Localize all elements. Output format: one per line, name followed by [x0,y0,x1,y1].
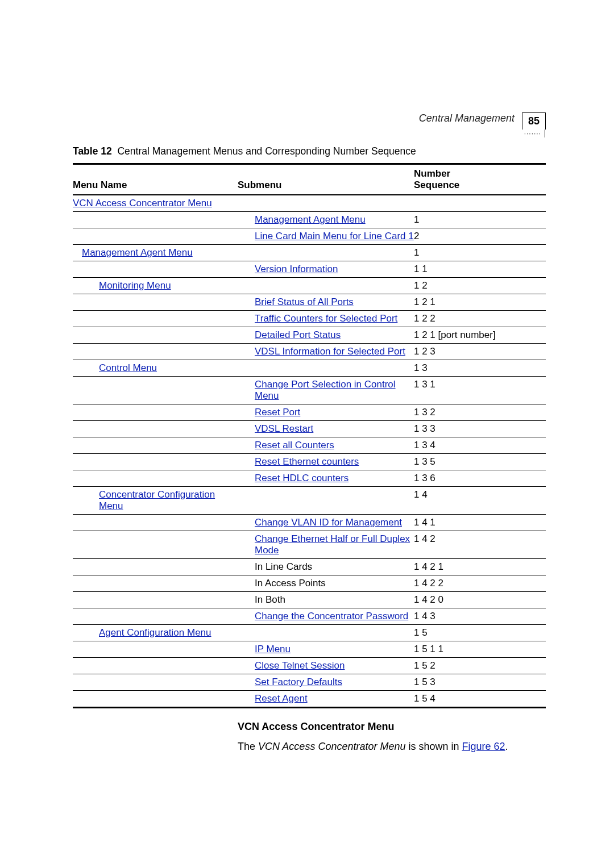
submenu-link[interactable]: Change the Concentrator Password [255,611,408,621]
number-sequence-cell: 1 2 2 [414,311,546,327]
number-sequence-cell: 1 3 6 [414,470,546,487]
submenu-link[interactable]: Set Factory Defaults [255,677,342,687]
menu-link[interactable]: Concentrator Configuration Menu [99,489,215,511]
submenu-link[interactable]: Detailed Port Status [255,329,341,340]
submenu-cell: Version Information [238,261,414,278]
submenu-link[interactable]: Reset all Counters [255,440,334,450]
table-row: Version Information1 1 [73,261,546,278]
submenu-link[interactable]: Change Port Selection in Control Menu [255,379,396,401]
col-number-sequence: NumberSequence [414,164,546,195]
submenu-link[interactable]: Version Information [255,264,338,274]
submenu-link[interactable]: Management Agent Menu [255,214,366,225]
menu-name-cell [73,404,238,421]
menu-link[interactable]: Agent Configuration Menu [99,627,211,638]
submenu-cell: In Access Points [238,575,414,592]
submenu-cell [238,195,414,212]
table-row: Change Ethernet Half or Full Duplex Mode… [73,531,546,559]
table-row: Change VLAN ID for Management1 4 1 [73,515,546,531]
submenu-link[interactable]: Change VLAN ID for Management [255,517,402,528]
table-row: VDSL Information for Selected Port1 2 3 [73,344,546,360]
submenu-link[interactable]: IP Menu [255,644,291,654]
submenu-cell: Reset HDLC counters [238,470,414,487]
table-row: In Line Cards1 4 2 1 [73,559,546,575]
number-sequence-cell: 1 3 [414,360,546,377]
menu-name-cell [73,377,238,404]
table-row: Close Telnet Session1 5 2 [73,658,546,674]
submenu-cell: Change Port Selection in Control Menu [238,377,414,404]
table-row: IP Menu1 5 1 1 [73,641,546,658]
submenu-cell: Reset Agent [238,691,414,708]
menu-name-cell: Management Agent Menu [73,245,238,261]
submenu-cell: Detailed Port Status [238,327,414,344]
menu-name-cell [73,658,238,674]
menu-name-cell [73,327,238,344]
submenu-cell: In Line Cards [238,559,414,575]
number-sequence-cell: 1 2 [414,278,546,294]
number-sequence-cell: 1 5 [414,625,546,641]
header-ornament: ······· [524,130,545,137]
section-paragraph: The VCN Access Concentrator Menu is show… [238,741,546,753]
menu-name-cell [73,311,238,327]
table-title: Central Management Menus and Correspondi… [117,145,416,157]
menu-name-cell [73,575,238,592]
table-row: Change Port Selection in Control Menu1 3… [73,377,546,404]
submenu-link[interactable]: Reset Ethernet counters [255,456,359,467]
number-sequence-cell: 1 5 4 [414,691,546,708]
number-sequence-cell: 1 3 1 [414,377,546,404]
table-row: Control Menu1 3 [73,360,546,377]
section-heading: VCN Access Concentrator Menu [238,721,546,733]
menu-name-cell [73,228,238,245]
menu-name-cell [73,559,238,575]
submenu-cell [238,360,414,377]
menu-link[interactable]: VCN Access Concentrator Menu [73,198,212,208]
submenu-link[interactable]: VDSL Information for Selected Port [255,346,405,357]
table-row: Reset all Counters1 3 4 [73,437,546,454]
menu-name-cell [73,437,238,454]
submenu-link[interactable]: Reset Agent [255,693,308,704]
menu-name-cell [73,641,238,658]
submenu-cell: In Both [238,592,414,608]
submenu-link[interactable]: Close Telnet Session [255,660,345,671]
number-sequence-cell: 1 3 2 [414,404,546,421]
menu-name-cell [73,454,238,470]
submenu-cell [238,487,414,515]
menu-link[interactable]: Control Menu [99,362,157,373]
number-sequence-cell: 1 3 5 [414,454,546,470]
table-row: Monitoring Menu1 2 [73,278,546,294]
table-number: Table 12 [73,145,112,157]
submenu-link[interactable]: Line Card Main Menu for Line Card 1 [255,231,414,241]
table-row: VDSL Restart1 3 3 [73,421,546,437]
menu-name-cell: VCN Access Concentrator Menu [73,195,238,212]
table-row: Management Agent Menu1 [73,245,546,261]
submenu-link[interactable]: Reset Port [255,407,300,418]
menu-name-cell [73,344,238,360]
menu-name-cell [73,608,238,625]
submenu-cell: Traffic Counters for Selected Port [238,311,414,327]
submenu-link[interactable]: Change Ethernet Half or Full Duplex Mode [255,533,410,556]
figure-link[interactable]: Figure 62 [462,741,505,752]
submenu-link[interactable]: VDSL Restart [255,423,313,434]
submenu-link[interactable]: Traffic Counters for Selected Port [255,313,397,324]
menu-sequence-table: Menu Name Submenu NumberSequence VCN Acc… [73,163,546,708]
table-row: Concentrator Configuration Menu1 4 [73,487,546,515]
table-row: Reset Ethernet counters1 3 5 [73,454,546,470]
col-menu-name: Menu Name [73,164,238,195]
menu-name-cell [73,261,238,278]
number-sequence-cell: 1 2 1 [port number] [414,327,546,344]
number-sequence-cell: 1 4 3 [414,608,546,625]
number-sequence-cell: 1 1 [414,261,546,278]
menu-name-cell [73,421,238,437]
submenu-cell: Change VLAN ID for Management [238,515,414,531]
submenu-cell [238,278,414,294]
menu-name-cell [73,515,238,531]
menu-link[interactable]: Management Agent Menu [82,247,193,258]
menu-link[interactable]: Monitoring Menu [99,280,171,291]
col-submenu: Submenu [238,164,414,195]
table-row: VCN Access Concentrator Menu [73,195,546,212]
submenu-cell: Brief Status of All Ports [238,294,414,311]
submenu-link[interactable]: Brief Status of All Ports [255,297,354,307]
submenu-cell: VDSL Information for Selected Port [238,344,414,360]
number-sequence-cell: 1 5 2 [414,658,546,674]
table-row: Management Agent Menu1 [73,212,546,228]
submenu-link[interactable]: Reset HDLC counters [255,473,349,483]
